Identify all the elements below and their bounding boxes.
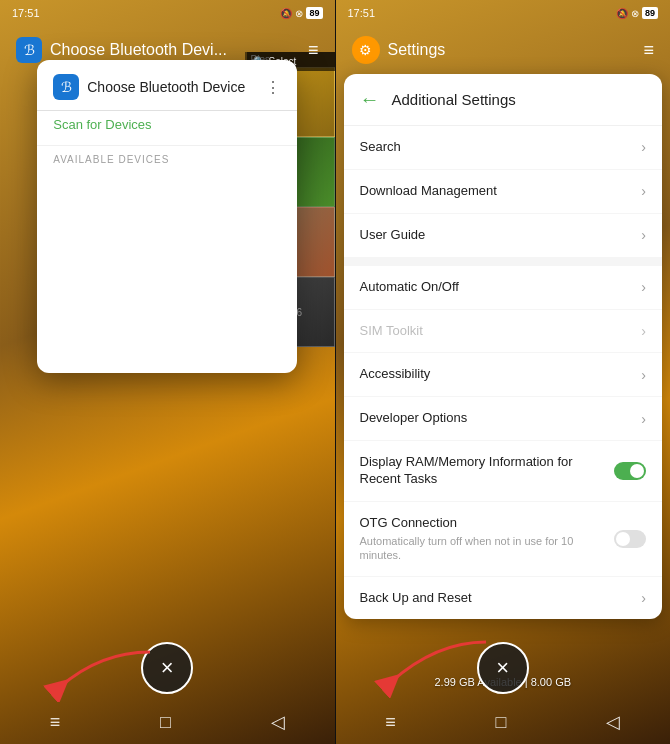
chevron-backup: › <box>641 590 646 606</box>
settings-gear-icon: ⚙ <box>352 36 380 64</box>
settings-item-autoonoff[interactable]: Automatic On/Off › <box>344 266 663 310</box>
time-left: 17:51 <box>12 7 40 19</box>
app-bar-right-section: ⚙ Settings <box>352 36 446 64</box>
close-x-left[interactable]: × <box>141 642 193 694</box>
nav-bar-right: ≡ □ ◁ <box>336 700 671 744</box>
status-icons-right: 🔕 ⊗ 89 <box>616 7 658 19</box>
settings-item-autoonoff-left: Automatic On/Off <box>360 279 642 296</box>
app-bar-title-right: Settings <box>388 41 446 59</box>
toggle-otg[interactable] <box>614 530 646 548</box>
close-x-right[interactable]: × <box>477 642 529 694</box>
settings-item-accessibility-left: Accessibility <box>360 366 642 383</box>
settings-card: ← Additional Settings Search › Download … <box>344 74 663 619</box>
settings-item-otg-title: OTG Connection <box>360 515 615 532</box>
status-bar-right: 17:51 🔕 ⊗ 89 <box>336 0 671 26</box>
app-bar-left-section: ℬ Choose Bluetooth Devi... <box>16 37 227 63</box>
settings-item-simtoolkit: SIM Toolkit › <box>344 310 663 354</box>
settings-item-autoonoff-title: Automatic On/Off <box>360 279 642 296</box>
available-devices-label: AVAILABLE DEVICES <box>37 145 297 173</box>
settings-item-search-title: Search <box>360 139 642 156</box>
nav-menu-right[interactable]: ≡ <box>385 712 396 733</box>
divider-1 <box>344 258 663 266</box>
settings-item-developer[interactable]: Developer Options › <box>344 397 663 441</box>
battery-left: 89 <box>306 7 322 19</box>
nav-home-left[interactable]: □ <box>160 712 171 733</box>
right-phone-screen: 17:51 🔕 ⊗ 89 ⚙ Settings ≡ ← Additional S… <box>336 0 671 744</box>
settings-item-displayram[interactable]: Display RAM/Memory Information for Recen… <box>344 441 663 502</box>
back-arrow-icon[interactable]: ← <box>360 88 380 111</box>
settings-item-developer-left: Developer Options <box>360 410 642 427</box>
dialog-bt-symbol: ℬ <box>61 79 72 95</box>
app-bar-menu-left[interactable]: ≡ <box>308 40 319 61</box>
bluetooth-dialog: ℬ Choose Bluetooth Device ⋮ Scan for Dev… <box>37 60 297 373</box>
settings-item-simtoolkit-left: SIM Toolkit <box>360 323 642 340</box>
status-icons-left: 🔕 ⊗ 89 <box>280 7 322 19</box>
nav-bar-left: ≡ □ ◁ <box>0 700 335 744</box>
settings-item-download-title: Download Management <box>360 183 642 200</box>
scan-button-label: Scan for Devices <box>53 117 151 132</box>
settings-item-search-left: Search <box>360 139 642 156</box>
notification-icon-right: 🔕 <box>616 8 628 19</box>
dialog-bluetooth-icon: ℬ <box>53 74 79 100</box>
settings-item-download[interactable]: Download Management › <box>344 170 663 214</box>
settings-item-displayram-title: Display RAM/Memory Information for Recen… <box>360 454 615 488</box>
settings-item-accessibility[interactable]: Accessibility › <box>344 353 663 397</box>
chevron-accessibility: › <box>641 367 646 383</box>
battery-right: 89 <box>642 7 658 19</box>
scan-button[interactable]: Scan for Devices <box>37 111 297 145</box>
bluetooth-status-icon-right: ⊗ <box>631 8 639 19</box>
settings-item-userguide-title: User Guide <box>360 227 642 244</box>
app-bar-left: ℬ Choose Bluetooth Devi... ≡ <box>0 26 335 74</box>
settings-item-backup[interactable]: Back Up and Reset › <box>344 577 663 620</box>
settings-sub-header: ← Additional Settings <box>344 74 663 126</box>
settings-item-backup-title: Back Up and Reset <box>360 590 642 607</box>
gear-symbol: ⚙ <box>359 42 372 58</box>
chevron-userguide: › <box>641 227 646 243</box>
chevron-search: › <box>641 139 646 155</box>
app-bar-right: ⚙ Settings ≡ <box>336 26 671 74</box>
close-button-left[interactable]: × <box>141 642 193 694</box>
notification-icon: 🔕 <box>280 8 292 19</box>
chevron-simtoolkit: › <box>641 323 646 339</box>
close-icon-right: × <box>496 655 509 681</box>
nav-menu-left[interactable]: ≡ <box>50 712 61 733</box>
close-icon-left: × <box>161 655 174 681</box>
settings-item-otg-left: OTG Connection Automatically turn off wh… <box>360 515 615 562</box>
app-bar-title-left: Choose Bluetooth Devi... <box>50 41 227 59</box>
bt-icon-symbol: ℬ <box>24 42 35 58</box>
settings-item-download-left: Download Management <box>360 183 642 200</box>
dialog-overlay: ℬ Choose Bluetooth Device ⋮ Scan for Dev… <box>0 0 335 744</box>
settings-item-simtoolkit-title: SIM Toolkit <box>360 323 642 340</box>
settings-item-userguide[interactable]: User Guide › <box>344 214 663 258</box>
dialog-title: Choose Bluetooth Device <box>87 79 245 95</box>
time-right: 17:51 <box>348 7 376 19</box>
settings-item-displayram-left: Display RAM/Memory Information for Recen… <box>360 454 615 488</box>
dialog-menu-icon[interactable]: ⋮ <box>265 78 281 97</box>
bluetooth-app-icon: ℬ <box>16 37 42 63</box>
devices-list-empty <box>37 173 297 373</box>
bluetooth-status-icon: ⊗ <box>295 8 303 19</box>
chevron-developer: › <box>641 411 646 427</box>
settings-item-backup-left: Back Up and Reset <box>360 590 642 607</box>
left-phone-screen: 17:51 🔕 ⊗ 89 ℬ Choose Bluetooth Devi... … <box>0 0 335 744</box>
settings-item-otg-subtitle: Automatically turn off when not in use f… <box>360 534 615 563</box>
nav-back-right[interactable]: ◁ <box>606 711 620 733</box>
dialog-title-row: ℬ Choose Bluetooth Device <box>53 74 265 100</box>
app-bar-menu-right[interactable]: ≡ <box>643 40 654 61</box>
status-bar-left: 17:51 🔕 ⊗ 89 <box>0 0 335 26</box>
settings-item-accessibility-title: Accessibility <box>360 366 642 383</box>
nav-back-left[interactable]: ◁ <box>271 711 285 733</box>
toggle-displayram[interactable] <box>614 462 646 480</box>
settings-item-developer-title: Developer Options <box>360 410 642 427</box>
settings-item-search[interactable]: Search › <box>344 126 663 170</box>
close-button-right[interactable]: × <box>477 642 529 694</box>
settings-section-title: Additional Settings <box>392 91 516 108</box>
chevron-download: › <box>641 183 646 199</box>
chevron-autoonoff: › <box>641 279 646 295</box>
settings-item-userguide-left: User Guide <box>360 227 642 244</box>
settings-item-otg[interactable]: OTG Connection Automatically turn off wh… <box>344 502 663 576</box>
nav-home-right[interactable]: □ <box>496 712 507 733</box>
